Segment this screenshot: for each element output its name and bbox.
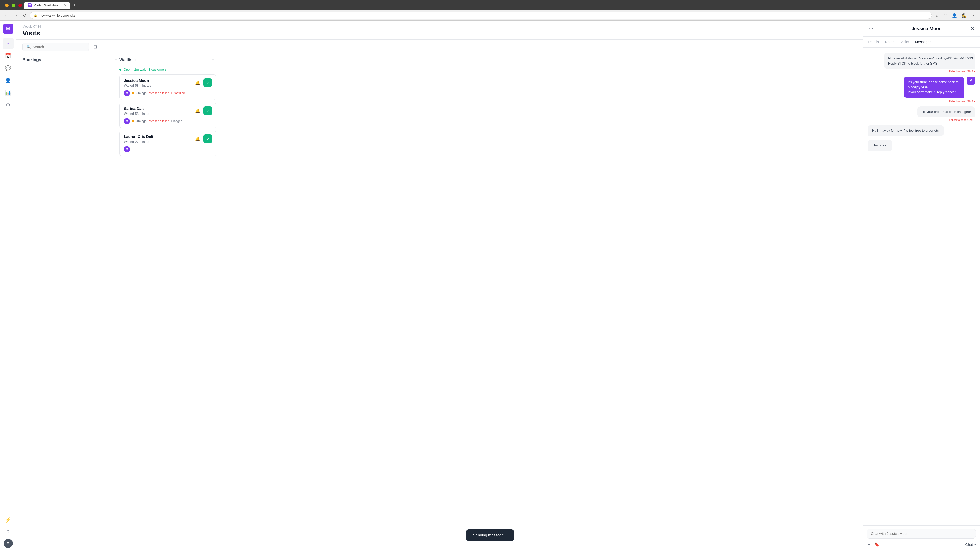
- back-button[interactable]: ←: [3, 12, 10, 19]
- chat-input-field[interactable]: [867, 529, 976, 538]
- maximize-button[interactable]: [12, 3, 15, 7]
- url-text: new.waitwhile.com/visits: [40, 14, 75, 17]
- message-status: Failed to send Chat ·: [949, 118, 975, 121]
- incognito-button[interactable]: 🕵: [960, 12, 968, 19]
- visit-avatar: M: [124, 118, 130, 124]
- calendar-icon: 📅: [5, 53, 11, 59]
- visit-card-wait: Waited 27 minutes: [124, 140, 153, 144]
- bookings-add-button[interactable]: +: [112, 56, 119, 64]
- notification-bell-button[interactable]: 🔔: [194, 135, 201, 142]
- extensions-button[interactable]: ⬚: [942, 12, 949, 19]
- forward-button[interactable]: →: [12, 12, 19, 19]
- visit-card-wait: Waited 58 minutes: [124, 84, 185, 87]
- visit-card-meta: M 32m ago Message failed Prioritized: [124, 90, 185, 96]
- toast-message: Sending message...: [473, 533, 507, 537]
- sidebar-item-settings[interactable]: ⚙: [3, 99, 14, 110]
- address-bar[interactable]: 🔒 new.waitwhile.com/visits: [30, 12, 932, 19]
- panel-header: ✏ ··· Jessica Moon ✕: [863, 21, 980, 37]
- search-icon: 🔍: [26, 45, 30, 49]
- visit-avatar: M: [124, 146, 130, 152]
- chat-type-chevron-icon: ▾: [974, 543, 976, 546]
- message-avatar: M: [967, 76, 975, 85]
- panel-messages: https://waitwhile.com/locations/moodjoy/…: [863, 48, 980, 526]
- sidebar-logo[interactable]: M: [3, 24, 13, 34]
- columns-area: Bookings › + Waitlist › + Open: [16, 54, 862, 551]
- browser-chrome: W Visits | Waitwhile ✕ + ← → ↺ 🔒 new.wai…: [0, 0, 980, 21]
- bookmark-button[interactable]: 🔖: [873, 541, 880, 548]
- visit-time: 31m ago: [132, 119, 147, 123]
- chat-type-selector[interactable]: Chat ▾: [965, 543, 976, 547]
- home-icon: ⌂: [6, 41, 10, 47]
- minimize-button[interactable]: [5, 3, 9, 7]
- sidebar-item-help[interactable]: ?: [3, 527, 14, 538]
- filter-button[interactable]: ⊟: [92, 43, 99, 51]
- visit-time: 32m ago: [132, 91, 147, 95]
- account-label: Moodjoy7434: [22, 25, 856, 28]
- check-in-button[interactable]: ✓: [204, 78, 212, 87]
- tab-visits[interactable]: Visits: [900, 37, 909, 48]
- waitlist-add-button[interactable]: +: [209, 56, 216, 64]
- edit-button[interactable]: ✏: [868, 25, 874, 32]
- notification-bell-button[interactable]: 🔔: [194, 79, 201, 86]
- bookings-column: Bookings › +: [22, 54, 119, 545]
- browser-tabs: W Visits | Waitwhile ✕ +: [24, 2, 977, 9]
- waitlist-column-title: Waitlist ›: [119, 58, 136, 62]
- window-close-button[interactable]: [18, 3, 22, 7]
- sidebar-item-home[interactable]: ⌂: [3, 38, 14, 49]
- time-dot: [132, 120, 134, 122]
- reload-button[interactable]: ↺: [21, 12, 28, 19]
- notification-bell-button[interactable]: 🔔: [194, 107, 201, 114]
- panel-close-button[interactable]: ✕: [970, 25, 975, 32]
- main-header: Moodjoy7434 Visits: [16, 21, 862, 40]
- visit-card-jessica-moon[interactable]: Jessica Moon Waited 58 minutes M 32m ago…: [119, 75, 216, 100]
- lock-icon: 🔒: [34, 14, 38, 17]
- time-dot: [132, 92, 134, 94]
- waitlist-chevron-icon: ›: [135, 58, 136, 62]
- prioritized-tag: Prioritized: [171, 91, 185, 95]
- sidebar-item-users[interactable]: 👤: [3, 75, 14, 86]
- tab-notes[interactable]: Notes: [885, 37, 894, 48]
- bookings-chevron-icon: ›: [43, 58, 44, 62]
- visit-card-name: Jessica Moon: [124, 78, 185, 83]
- tab-messages[interactable]: Messages: [915, 37, 932, 48]
- search-box[interactable]: 🔍: [22, 43, 89, 51]
- sidebar-item-calendar[interactable]: 📅: [3, 50, 14, 62]
- sidebar-bottom: ⚡ ? M: [3, 514, 14, 548]
- check-in-button[interactable]: ✓: [204, 135, 212, 143]
- tab-close-button[interactable]: ✕: [64, 3, 66, 7]
- waitlist-status: Open · 1m wait · 3 customers: [119, 68, 216, 71]
- sidebar-item-flash[interactable]: ⚡: [3, 514, 14, 526]
- chat-input-area: + 🔖 Chat ▾: [863, 526, 980, 551]
- flagged-tag: Flagged: [171, 119, 182, 123]
- chat-icon: 💬: [5, 65, 11, 71]
- visit-card-sarina-dale[interactable]: Sarina Dale Waited 58 minutes M 31m ago …: [119, 103, 216, 128]
- profile-button[interactable]: 👤: [950, 12, 959, 19]
- message-bubble: Thank you!: [868, 140, 892, 151]
- tab-details[interactable]: Details: [868, 37, 879, 48]
- card-actions: 🔔 ✓: [194, 106, 212, 115]
- add-button[interactable]: +: [867, 541, 871, 548]
- sidebar: M ⌂ 📅 💬 👤 📊 ⚙ ⚡ ? M: [0, 21, 16, 551]
- more-options-button[interactable]: ···: [877, 25, 883, 32]
- active-tab[interactable]: W Visits | Waitwhile ✕: [24, 2, 70, 9]
- new-tab-button[interactable]: +: [71, 2, 78, 9]
- panel-tabs: Details Notes Visits Messages: [863, 37, 980, 48]
- search-input[interactable]: [33, 45, 85, 49]
- browser-titlebar: W Visits | Waitwhile ✕ +: [0, 0, 980, 11]
- panel-customer-name: Jessica Moon: [912, 26, 942, 32]
- sidebar-item-chat[interactable]: 💬: [3, 62, 14, 74]
- toolbar-icons: ☆ ⬚ 👤 🕵 ⋮: [934, 12, 977, 19]
- visit-card-meta: M 31m ago Message failed Flagged: [124, 118, 183, 124]
- visit-card-lauren-cris-deli[interactable]: Lauren Cris Deli Waited 27 minutes M 🔔 ✓: [119, 130, 216, 156]
- message-status: Failed to send SMS ·: [949, 70, 975, 73]
- menu-button[interactable]: ⋮: [970, 12, 977, 19]
- user-avatar[interactable]: M: [3, 539, 13, 548]
- bookmark-button[interactable]: ☆: [934, 12, 940, 19]
- visit-card-meta: M: [124, 146, 153, 152]
- message-1: https://waitwhile.com/locations/moodjoy/…: [868, 53, 975, 73]
- message-3: Hi, your order has been changed! Failed …: [868, 106, 975, 122]
- message-2: It's your turn! Please come back to Mood…: [868, 76, 975, 103]
- check-in-button[interactable]: ✓: [204, 106, 212, 115]
- sidebar-item-analytics[interactable]: 📊: [3, 87, 14, 98]
- app-container: M ⌂ 📅 💬 👤 📊 ⚙ ⚡ ? M: [0, 21, 980, 551]
